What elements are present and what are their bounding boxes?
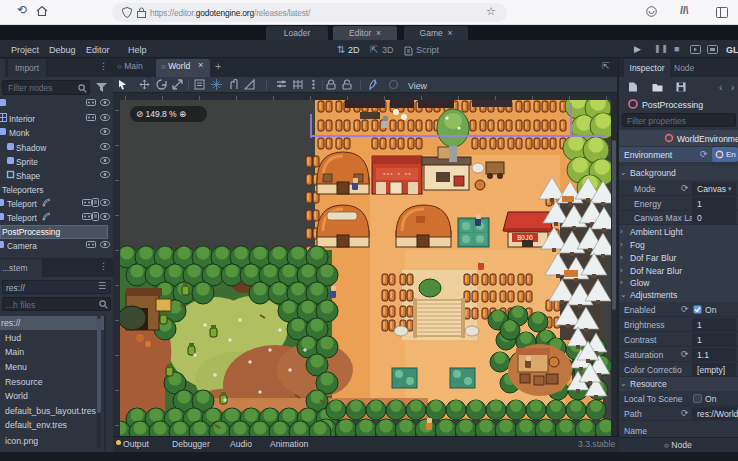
svg-text:*** * **: *** * ** bbox=[383, 172, 412, 179]
